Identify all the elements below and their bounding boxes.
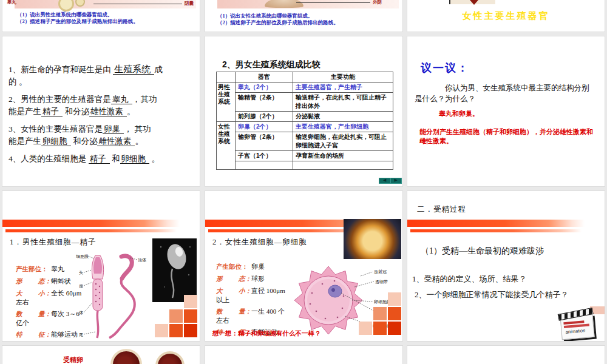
attr-value: 睾丸 <box>51 265 64 273</box>
func-cell <box>293 161 393 170</box>
attr-value-wrap: 亿个 <box>16 320 113 326</box>
blank-answer: 卵巢 <box>103 124 124 134</box>
slide-quiz[interactable]: 1、新生命的孕育和诞生是由 生殖系统成的 。 2、男性的主要的生殖器官是睾丸，其… <box>2 36 200 186</box>
objective-1: （1）说出男性生殖系统由哪些器官组成。 <box>17 12 112 18</box>
slide-male-objectives[interactable]: 睾丸 阴囊 （1）说出男性生殖系统由哪些器官组成。 （2）描述精子产生的部位及精… <box>2 0 200 32</box>
func-cell: 主要生殖器官，产生精子 <box>293 83 393 93</box>
accent-bar <box>407 220 585 227</box>
anatomy-dome-drawing <box>265 0 304 8</box>
label-cell-membrane: 细胞膜 <box>76 254 89 259</box>
accent-bar-thin <box>5 229 177 232</box>
attr-label: 产生部位： <box>16 265 51 273</box>
blank-answer: 生殖系统 <box>113 64 154 75</box>
label-zona: 透明带 <box>375 280 388 284</box>
func-cell: 输送精子，在此扎实，可阻止精子排出体外 <box>293 93 393 112</box>
egg-photo <box>344 219 401 259</box>
animation-label: animation <box>565 328 585 335</box>
attr-value: 蝌蚪状 <box>51 277 71 285</box>
label-corona: 放射冠 <box>374 269 387 274</box>
objective-1: （1）说出女性生殖系统由哪些器官组成。 <box>217 13 313 19</box>
testis-drawing <box>58 0 74 12</box>
slide-discussion[interactable]: 议一议： 你认为男、女生殖系统中最主要的结构分别是什么？为什么？ 睾丸和卵巢。 … <box>407 36 605 186</box>
zygote-caption: 受精卵 <box>63 356 83 364</box>
slide-comparison-table[interactable]: 2、男女生殖系统组成比较 器官 主要功能 男性生殖系统 睾丸（2个） 主要生殖器… <box>205 36 402 186</box>
func-cell: 主要生殖器官，产生卵细胞 <box>293 122 393 132</box>
slide-female-objectives[interactable]: 外阴 （1）说出女性生殖系统由哪些器官组成。 （2）描述卵子产生的部位及卵子成熟… <box>205 0 402 32</box>
attr-value: 球形 <box>251 275 265 283</box>
table-row: 子宫（1个） 孕育新生命的场所 <box>217 151 393 161</box>
slide-sperm-cell[interactable]: 1．男性生殖细胞—精子 <box>2 191 200 341</box>
quiz-q2: 2、男性的主要的生殖器官是睾丸，其功能是产生精子 和分泌雄性激素。 <box>8 93 194 118</box>
table-row: 前列腺（2个） 分泌黏液 <box>217 112 393 122</box>
label-scrotum: 阴囊 <box>185 1 194 6</box>
organ-cell: 卵巢（2个） <box>236 122 293 132</box>
slide-title: 二．受精过程 <box>417 204 466 215</box>
slide-female-organs-title[interactable]: 女性主要生殖器官 <box>407 0 605 32</box>
discussion-title: 议一议： <box>421 61 469 75</box>
slide-title: 1．男性生殖细胞—精子 <box>10 237 96 248</box>
attr-value: 一生 400 个 <box>251 308 285 315</box>
uterus-image <box>449 0 495 4</box>
embryo-photo <box>110 349 142 364</box>
attr-value-wrap: 以上 <box>216 297 313 303</box>
objective-2: （2）描述卵子产生的部位及卵子成熟后排出的路线。 <box>217 19 339 26</box>
function-header: 主要功能 <box>293 72 393 83</box>
accent-bar-thin <box>410 229 582 232</box>
female-anatomy-image <box>217 0 399 8</box>
slide-blank[interactable] <box>205 346 402 364</box>
blank-answer: 卵细胞 <box>120 154 150 164</box>
sperm-photo <box>152 238 197 302</box>
testis-drawing-inner <box>75 0 85 7</box>
quiz-q4: 4、人类的生殖细胞是 精子 和卵细胞 。 <box>8 153 194 165</box>
attr-value: 每次 3～6 <box>51 310 80 318</box>
discussion-answer-1: 睾丸和卵巢。 <box>439 109 479 118</box>
label-line <box>296 2 370 3</box>
table-row-empty <box>217 161 393 170</box>
attr-value-wrap: 左右 <box>16 299 113 306</box>
embryo-photo <box>155 351 185 364</box>
organ-cell: 输卵管（2条） <box>236 132 293 151</box>
table-row: 女性生殖系统 卵巢（2个） 主要生殖器官，产生卵细胞 <box>217 122 393 132</box>
blank-answer: 卵细胞 <box>41 136 71 146</box>
table-row: 输卵管（2条） 输送卵细胞，在此处扎实，可阻止卵细胞进入子宫 <box>217 132 393 151</box>
organ-cell: 前列腺（2个） <box>236 112 293 122</box>
subtitle: （1）受精—生命最初的艰难跋涉 <box>421 246 544 257</box>
organ-cell <box>236 161 293 170</box>
table-row: 输精管（2条） 输送精子，在此扎实，可阻止精子排出体外 <box>217 93 393 112</box>
attr-value: 直径 100μm <box>251 287 285 295</box>
organ-cell: 子宫（1个） <box>236 151 293 161</box>
attr-value: 能够运动 <box>51 331 78 339</box>
func-cell: 分泌黏液 <box>293 112 393 122</box>
blank-answer: 精子 <box>41 107 63 116</box>
table-row: 男性生殖系统 睾丸（2个） 主要生殖器官，产生精子 <box>217 83 393 93</box>
question-1: 1、受精的的定义、场所、结果？ <box>412 274 527 285</box>
row-group-male: 男性生殖系统 <box>217 83 236 122</box>
slide-fertilization[interactable]: 二．受精过程 （1）受精—生命最初的艰难跋涉 1、受精的的定义、场所、结果？ 2… <box>407 191 605 341</box>
slide-zygote[interactable]: 受精卵 <box>2 346 200 364</box>
question-2: 2、一个卵细胞正常情况下能接受几个精子？ <box>415 289 569 300</box>
attr-value: 卵巢 <box>251 263 265 271</box>
prev-slide-icon[interactable]: ◀ <box>379 178 390 183</box>
slide-title: 2．女性生殖细胞—卵细胞 <box>212 237 307 248</box>
label-vulva: 外阴 <box>373 0 382 5</box>
slide-blank[interactable] <box>407 346 605 364</box>
comparison-table: 器官 主要功能 男性生殖系统 睾丸（2个） 主要生殖器官，产生精子 输精管（2条… <box>216 72 393 170</box>
accent-bar <box>2 220 180 227</box>
func-cell: 输送卵细胞，在此处扎实，可阻止卵细胞进入子宫 <box>293 132 393 151</box>
quiz-text: 1、新生命的孕育和诞生是由 生殖系统成的 。 2、男性的主要的生殖器官是睾丸，其… <box>8 63 194 170</box>
table-title: 2、男女生殖系统组成比较 <box>222 59 320 70</box>
blank-answer: 睾丸 <box>111 95 132 104</box>
label-testis: 睾丸 <box>7 0 16 5</box>
blank-answer: 雄性激素 <box>89 107 127 116</box>
row-group-female: 女性生殖系统 <box>217 122 236 170</box>
next-slide-icon[interactable]: ▶ <box>391 178 402 183</box>
uterus-shape <box>470 0 478 5</box>
think-prompt: 想一想：精子和卵细胞有什么不一样？ <box>212 329 321 338</box>
animation-clapperboard-icon[interactable]: animation <box>560 312 597 341</box>
discussion-question: 你认为男、女生殖系统中最主要的结构分别是什么？为什么？ <box>415 83 595 104</box>
slide-egg-cell[interactable]: 2．女性生殖细胞—卵细胞 放射冠 透明带 卵细胞膜 核 卵细胞质 <box>205 191 402 341</box>
blank-answer: 雌性激素 <box>97 136 135 146</box>
header-row: 器官 主要功能 <box>217 72 393 83</box>
label-line <box>93 4 182 4</box>
attr-label: 产生部位： <box>216 263 251 271</box>
